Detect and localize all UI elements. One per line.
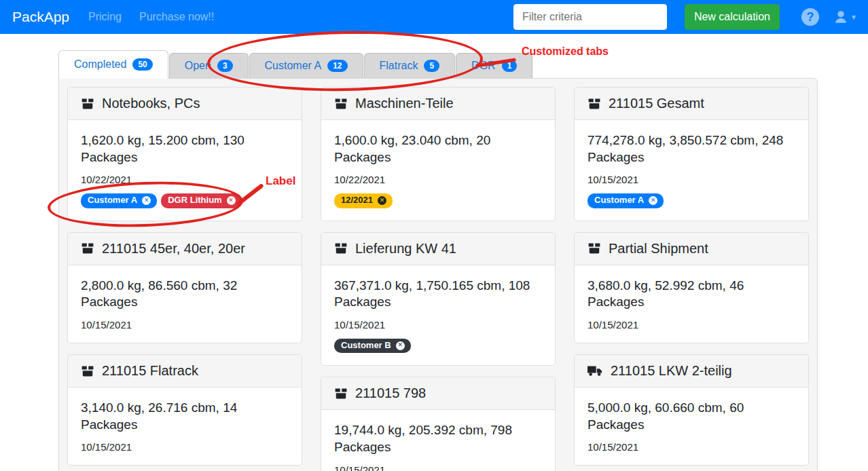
user-menu[interactable]: ▾ xyxy=(833,9,856,25)
card-date: 10/15/2021 xyxy=(81,319,289,331)
nav-link-purchase[interactable]: Purchase now!! xyxy=(139,11,214,23)
package-icon xyxy=(81,364,94,378)
package-icon xyxy=(334,242,348,255)
card-labels: Customer B ✕ xyxy=(334,339,542,353)
card-title: Lieferung KW 41 xyxy=(355,241,456,257)
nav-link-pricing[interactable]: Pricing xyxy=(88,11,122,23)
package-icon xyxy=(81,97,94,111)
card-title: 211015 LKW 2-teilig xyxy=(611,363,732,379)
tab-panel: Notebooks, PCs 1,620.0 kg, 15.200 cbm, 1… xyxy=(58,78,818,471)
tab-label: Completed xyxy=(74,58,126,71)
card-title: Maschinen-Teile xyxy=(355,96,454,111)
card-body: 5,000.0 kg, 60.660 cbm, 60 Packages 10/1… xyxy=(575,388,808,465)
tab-count-badge: 1 xyxy=(502,60,518,72)
card-summary: 5,000.0 kg, 60.660 cbm, 60 Packages xyxy=(587,400,795,433)
card-date: 10/15/2021 xyxy=(334,319,542,331)
navbar: PackApp Pricing Purchase now!! New calcu… xyxy=(0,0,868,34)
card-body: 19,744.0 kg, 205.392 cbm, 798 Packages 1… xyxy=(321,410,555,471)
label-text: Customer A xyxy=(88,195,137,205)
card-title: 211015 798 xyxy=(355,385,426,401)
label-text: Customer B xyxy=(341,341,391,350)
card-column-1: Notebooks, PCs 1,620.0 kg, 15.200 cbm, 1… xyxy=(67,87,302,466)
tab-flatrack[interactable]: Flatrack 5 xyxy=(364,53,456,78)
card-summary: 3,680.0 kg, 52.992 cbm, 46 Packages xyxy=(587,278,795,311)
calculation-card[interactable]: 211015 Gesamt 774,278.0 kg, 3,850.572 cb… xyxy=(574,87,809,221)
truck-icon xyxy=(587,364,603,377)
card-title: 211015 Flatrack xyxy=(102,363,198,379)
card-date: 10/15/2021 xyxy=(587,319,795,331)
calculation-card[interactable]: Lieferung KW 41 367,371.0 kg, 1,750.165 … xyxy=(321,232,556,366)
card-title: 211015 45er, 40er, 20er xyxy=(102,241,245,257)
package-icon xyxy=(334,97,348,111)
chevron-down-icon: ▾ xyxy=(852,12,856,22)
remove-label-icon[interactable]: ✕ xyxy=(649,196,657,205)
user-icon xyxy=(833,9,849,25)
card-summary: 19,744.0 kg, 205.392 cbm, 798 Packages xyxy=(334,422,542,455)
brand-logo[interactable]: PackApp xyxy=(12,9,69,25)
card-date: 10/15/2021 xyxy=(587,174,795,185)
package-icon xyxy=(81,242,94,255)
calculation-card[interactable]: 211015 Flatrack 3,140.0 kg, 26.716 cbm, … xyxy=(67,354,302,466)
label-badge[interactable]: DGR Lithium ✕ xyxy=(161,193,241,208)
card-column-2: Maschinen-Teile 1,600.0 kg, 23.040 cbm, … xyxy=(321,87,556,471)
label-badge[interactable]: Customer A ✕ xyxy=(587,193,664,208)
card-body: 367,371.0 kg, 1,750.165 cbm, 108 Package… xyxy=(321,265,555,366)
card-date: 10/22/2021 xyxy=(81,174,289,185)
package-icon xyxy=(587,97,601,111)
card-date: 10/15/2021 xyxy=(334,464,542,471)
card-header: 211015 798 xyxy=(321,377,555,410)
card-header: Lieferung KW 41 xyxy=(321,233,555,265)
calculation-card[interactable]: Maschinen-Teile 1,600.0 kg, 23.040 cbm, … xyxy=(321,87,556,221)
remove-label-icon[interactable]: ✕ xyxy=(142,196,151,205)
remove-label-icon[interactable]: ✕ xyxy=(378,196,386,205)
help-icon[interactable]: ? xyxy=(801,8,819,26)
card-header: 211015 45er, 40er, 20er xyxy=(68,233,302,265)
card-date: 10/22/2021 xyxy=(334,174,542,185)
filter-input[interactable] xyxy=(513,4,667,30)
tab-label: DGR xyxy=(471,60,496,72)
tab-label: Customer A xyxy=(265,60,322,72)
tab-label: Flatrack xyxy=(380,60,418,72)
card-header: 211015 Flatrack xyxy=(68,355,302,388)
label-text: Customer A xyxy=(594,195,644,205)
card-header: 211015 LKW 2-teilig xyxy=(575,355,808,388)
label-badge[interactable]: Customer A ✕ xyxy=(81,193,157,208)
label-text: DGR Lithium xyxy=(168,195,221,205)
tab-count-badge: 50 xyxy=(132,58,152,71)
new-calculation-button[interactable]: New calculation xyxy=(685,4,780,30)
remove-label-icon[interactable]: ✕ xyxy=(227,196,236,205)
card-header: 211015 Gesamt xyxy=(575,88,808,120)
card-body: 3,140.0 kg, 26.716 cbm, 14 Packages 10/1… xyxy=(68,388,302,465)
calculation-card[interactable]: 211015 LKW 2-teilig 5,000.0 kg, 60.660 c… xyxy=(574,354,809,466)
card-labels: 12/2021 ✕ xyxy=(334,193,542,208)
label-badge[interactable]: Customer B ✕ xyxy=(334,339,411,353)
tab-customer-a[interactable]: Customer A 12 xyxy=(249,53,363,78)
tab-open[interactable]: Open 3 xyxy=(169,53,249,78)
package-icon xyxy=(334,387,348,400)
card-title: Notebooks, PCs xyxy=(102,96,200,111)
card-body: 1,620.0 kg, 15.200 cbm, 130 Packages 10/… xyxy=(68,120,302,221)
card-date: 10/15/2021 xyxy=(587,441,795,453)
remove-label-icon[interactable]: ✕ xyxy=(396,341,405,350)
label-badge[interactable]: 12/2021 ✕ xyxy=(334,193,393,208)
tab-label: Open xyxy=(185,60,211,72)
tab-count-badge: 5 xyxy=(424,60,439,72)
tab-dgr[interactable]: DGR 1 xyxy=(456,53,532,78)
card-labels: Customer A ✕ xyxy=(587,193,795,208)
card-summary: 3,140.0 kg, 26.716 cbm, 14 Packages xyxy=(81,400,289,433)
tab-completed[interactable]: Completed 50 xyxy=(58,50,168,79)
card-summary: 1,620.0 kg, 15.200 cbm, 130 Packages xyxy=(81,132,289,166)
card-body: 2,800.0 kg, 86.560 cbm, 32 Packages 10/1… xyxy=(68,265,302,343)
calculation-card[interactable]: Notebooks, PCs 1,620.0 kg, 15.200 cbm, 1… xyxy=(67,87,302,221)
card-column-3: 211015 Gesamt 774,278.0 kg, 3,850.572 cb… xyxy=(574,87,809,466)
tab-count-badge: 3 xyxy=(217,60,233,72)
card-summary: 2,800.0 kg, 86.560 cbm, 32 Packages xyxy=(81,278,289,311)
card-labels: Customer A ✕ DGR Lithium ✕ xyxy=(81,193,289,208)
card-body: 1,600.0 kg, 23.040 cbm, 20 Packages 10/2… xyxy=(321,120,555,221)
calculation-card[interactable]: 211015 798 19,744.0 kg, 205.392 cbm, 798… xyxy=(321,377,556,471)
calculation-card[interactable]: 211015 45er, 40er, 20er 2,800.0 kg, 86.5… xyxy=(67,232,302,343)
card-summary: 367,371.0 kg, 1,750.165 cbm, 108 Package… xyxy=(334,278,542,311)
calculation-card[interactable]: Partial Shipment 3,680.0 kg, 52.992 cbm,… xyxy=(574,232,809,343)
card-body: 774,278.0 kg, 3,850.572 cbm, 248 Package… xyxy=(575,120,808,221)
label-text: 12/2021 xyxy=(341,195,373,205)
